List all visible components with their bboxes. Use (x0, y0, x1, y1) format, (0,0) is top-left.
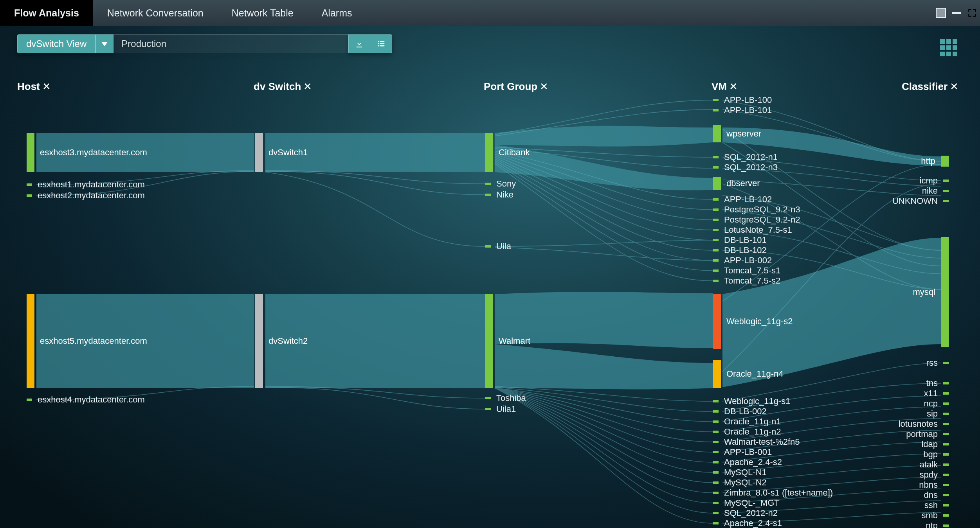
portgroup-node[interactable]: Walmart (485, 294, 530, 388)
vm-node[interactable]: DB-LB-002 (713, 410, 767, 413)
download-button[interactable] (348, 34, 370, 53)
dvswitch-node[interactable]: dvSwitch2 (255, 294, 308, 388)
svg-rect-3 (380, 43, 384, 44)
dvswitch-node[interactable]: dvSwitch1 (255, 133, 308, 172)
host-node[interactable]: esxhost4.mydatacenter.com (27, 398, 145, 401)
svg-rect-1 (380, 41, 384, 42)
vm-node[interactable]: Walmart-test-%2fn5 (713, 440, 800, 444)
location-value: Production (121, 38, 166, 49)
classifier-node[interactable]: atalk (886, 463, 949, 466)
vm-node[interactable]: Tomcat_7.5-s2 (713, 279, 780, 282)
svg-rect-2 (378, 43, 379, 44)
window-stop-icon[interactable] (933, 0, 949, 26)
view-mode-label: dvSwitch View (26, 38, 86, 49)
window-fullscreen-icon[interactable] (964, 0, 980, 26)
vm-node[interactable]: PostgreSQL_9.2-n2 (713, 218, 800, 221)
vm-node[interactable]: LotusNote_7.5-s1 (713, 228, 792, 232)
portgroup-node[interactable]: Citibank (485, 133, 530, 172)
column-header-portgroup[interactable]: Port Group✕ (484, 81, 548, 93)
vm-node[interactable]: DB-LB-101 (713, 239, 767, 242)
vm-node[interactable]: Weblogic_11g-s1 (713, 400, 791, 403)
classifier-node[interactable]: spdy (886, 473, 949, 476)
top-nav: Flow Analysis Network Conversation Netwo… (0, 0, 980, 26)
classifier-node[interactable]: nbns (886, 483, 949, 487)
vm-node[interactable]: wpserver (713, 125, 761, 142)
host-node[interactable]: esxhost1.mydatacenter.com (27, 183, 145, 186)
view-mode-dropdown[interactable]: dvSwitch View (17, 34, 95, 53)
classifier-node[interactable]: mysql (886, 237, 949, 347)
classifier-node[interactable]: portmap (886, 433, 949, 436)
classifier-node[interactable]: ldap (886, 443, 949, 446)
vm-node[interactable]: APP-LB-101 (713, 109, 772, 112)
column-header-dvswitch[interactable]: dv Switch✕ (254, 81, 312, 93)
classifier-node[interactable]: UNKNOWN (886, 199, 949, 203)
vm-node[interactable]: PostgreSQL_9.2-n3 (713, 208, 800, 211)
portgroup-node[interactable]: Nike (485, 193, 513, 196)
vm-node[interactable]: Oracle_11g-n4 (713, 360, 784, 388)
classifier-node[interactable]: dns (886, 494, 949, 497)
vm-node[interactable]: Weblogic_11g-s2 (713, 294, 793, 349)
vm-node[interactable]: Tomcat_7.5-s1 (713, 269, 780, 272)
vm-node[interactable]: MySQL-N2 (713, 481, 767, 484)
tab-network-conversation[interactable]: Network Conversation (93, 0, 218, 26)
host-node[interactable]: esxhost3.mydatacenter.com (27, 133, 147, 172)
classifier-node[interactable]: ncp (886, 402, 949, 405)
svg-rect-5 (380, 45, 384, 47)
vm-node[interactable]: dbserver (713, 177, 760, 190)
view-mode-caret[interactable] (95, 34, 113, 53)
vm-node[interactable]: Oracle_11g-n2 (713, 430, 781, 433)
tab-network-table[interactable]: Network Table (218, 0, 308, 26)
classifier-node[interactable]: rss (886, 361, 949, 365)
list-view-button[interactable] (370, 34, 392, 53)
vm-node[interactable]: SQL_2012-n1 (713, 156, 778, 159)
portgroup-node[interactable]: Toshiba (485, 397, 526, 400)
column-header-host[interactable]: Host✕ (17, 81, 51, 93)
tab-alarms[interactable]: Alarms (308, 0, 366, 26)
vm-node[interactable]: APP-LB-100 (713, 99, 772, 102)
classifier-node[interactable]: ntp (886, 524, 949, 527)
host-node[interactable]: esxhost5.mydatacenter.com (27, 294, 147, 388)
classifier-node[interactable]: sip (886, 412, 949, 415)
vm-node[interactable]: MySQL-_MGT (713, 501, 780, 505)
app-grid-icon[interactable] (940, 39, 957, 56)
classifier-node[interactable]: x11 (886, 392, 949, 395)
portgroup-node[interactable]: Uila1 (485, 408, 516, 411)
classifier-node[interactable]: ssh (886, 504, 949, 507)
classifier-node[interactable]: icmp (886, 179, 949, 182)
vm-node[interactable]: Apache_2.4-s2 (713, 461, 782, 464)
classifier-node[interactable]: bgp (886, 453, 949, 456)
vm-node[interactable]: DB-LB-102 (713, 249, 767, 252)
tab-flow-analysis[interactable]: Flow Analysis (0, 0, 93, 26)
vm-node[interactable]: APP-LB-001 (713, 451, 772, 454)
vm-node[interactable]: APP-LB-002 (713, 259, 772, 262)
classifier-node[interactable]: nike (886, 189, 949, 192)
vm-node[interactable]: MySQL-N1 (713, 471, 767, 474)
portgroup-node[interactable]: Sony (485, 182, 516, 185)
window-minimize-icon[interactable] (949, 0, 964, 26)
vm-node[interactable]: APP-LB-102 (713, 198, 772, 201)
classifier-node[interactable]: lotusnotes (886, 422, 949, 426)
column-header-classifier[interactable]: Classifier✕ (902, 81, 958, 93)
vm-node[interactable]: Apache_2.4-s1 (713, 522, 782, 525)
portgroup-node[interactable]: Uila (485, 245, 511, 248)
classifier-node[interactable]: smb (886, 514, 949, 517)
vm-node[interactable]: SQL_2012-n2 (713, 512, 778, 515)
classifier-node[interactable]: http (886, 156, 949, 167)
sankey-links (0, 0, 980, 528)
vm-node[interactable]: SQL_2012-n3 (713, 166, 778, 169)
location-input[interactable]: Production (113, 34, 348, 53)
toolbar: dvSwitch View Production (17, 34, 392, 53)
host-node[interactable]: esxhost2.mydatacenter.com (27, 194, 145, 197)
svg-rect-0 (378, 41, 379, 42)
vm-node[interactable]: Zimbra_8.0-s1 ([test+name]) (713, 491, 833, 494)
vm-node[interactable]: Oracle_11g-n1 (713, 420, 781, 423)
column-header-vm[interactable]: VM✕ (712, 81, 738, 93)
classifier-node[interactable]: tns (886, 382, 949, 385)
svg-rect-4 (378, 45, 379, 47)
